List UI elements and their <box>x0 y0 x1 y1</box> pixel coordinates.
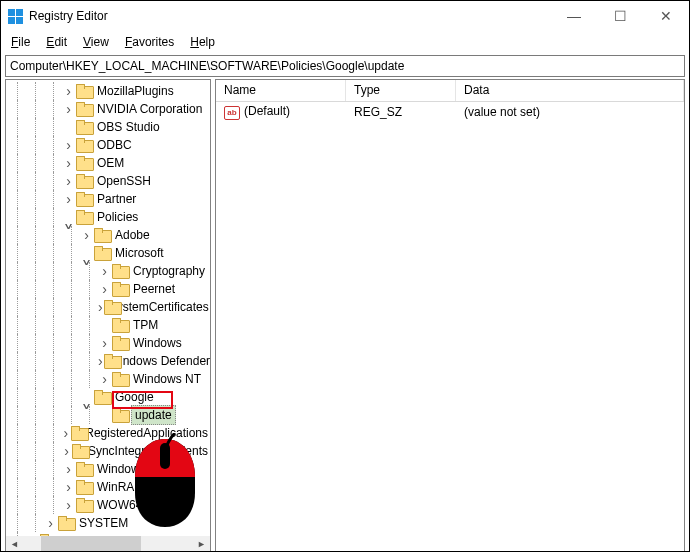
string-value-icon: ab <box>224 106 240 120</box>
folder-icon <box>76 174 92 188</box>
chevron-right-icon[interactable]: › <box>98 282 111 296</box>
tree-item-label: OBS Studio <box>95 118 162 136</box>
tree-item[interactable]: ˬGoogle <box>6 388 210 406</box>
tree-item[interactable]: ›Windows NT <box>6 370 210 388</box>
chevron-right-icon[interactable]: › <box>98 300 103 314</box>
tree-item-label: Windows Defender <box>107 352 210 370</box>
tree-item[interactable]: ›Partner <box>6 190 210 208</box>
folder-icon <box>76 84 92 98</box>
tree-item-label: Adobe <box>113 226 152 244</box>
chevron-right-icon[interactable]: › <box>62 498 75 512</box>
address-text: Computer\HKEY_LOCAL_MACHINE\SOFTWARE\Pol… <box>10 59 404 73</box>
tree-item[interactable]: ›Windows Defender <box>6 352 210 370</box>
tree-item-label: Peernet <box>131 280 177 298</box>
maximize-button[interactable]: ☐ <box>597 1 643 31</box>
chevron-right-icon[interactable]: › <box>98 336 111 350</box>
tree-item[interactable]: ›Windows <box>6 334 210 352</box>
chevron-right-icon[interactable]: › <box>62 156 75 170</box>
tree-item[interactable]: ›ODBC <box>6 136 210 154</box>
folder-icon <box>76 192 92 206</box>
menu-bar: File Edit View Favorites Help <box>1 31 689 53</box>
tree-item[interactable]: ›Adobe <box>6 226 210 244</box>
tree-item-label: OEM <box>95 154 126 172</box>
folder-icon <box>72 444 83 458</box>
tree-item-label: NVIDIA Corporation <box>95 100 204 118</box>
chevron-right-icon[interactable]: › <box>62 84 75 98</box>
chevron-right-icon[interactable]: › <box>62 426 70 440</box>
folder-icon <box>76 156 92 170</box>
folder-icon <box>76 120 92 134</box>
chevron-right-icon[interactable]: › <box>62 138 75 152</box>
menu-help[interactable]: Help <box>184 33 221 51</box>
tree-item[interactable]: ›MozillaPlugins <box>6 82 210 100</box>
value-type: REG_SZ <box>346 104 456 120</box>
chevron-down-icon[interactable]: ˬ <box>80 390 93 404</box>
chevron-down-icon[interactable]: ˬ <box>62 210 75 224</box>
menu-edit[interactable]: Edit <box>40 33 73 51</box>
tree-item[interactable]: ›OpenSSH <box>6 172 210 190</box>
tree-item-label: SystemCertificates <box>107 298 210 316</box>
scroll-left-icon[interactable]: ◄ <box>6 536 23 552</box>
folder-icon <box>76 210 92 224</box>
chevron-right-icon[interactable]: › <box>98 354 103 368</box>
chevron-right-icon[interactable]: › <box>98 264 111 278</box>
folder-icon <box>71 426 81 440</box>
window-title: Registry Editor <box>29 9 551 23</box>
tree-item-label: ODBC <box>95 136 134 154</box>
folder-icon <box>76 480 92 494</box>
tree-item-label: Partner <box>95 190 138 208</box>
chevron-right-icon[interactable]: › <box>62 174 75 188</box>
col-type[interactable]: Type <box>346 80 456 101</box>
chevron-down-icon[interactable]: ˬ <box>80 246 93 260</box>
tree-item[interactable]: ›SystemCertificates <box>6 298 210 316</box>
address-bar[interactable]: Computer\HKEY_LOCAL_MACHINE\SOFTWARE\Pol… <box>5 55 685 77</box>
scroll-right-icon[interactable]: ► <box>193 536 210 552</box>
app-icon <box>7 8 23 24</box>
chevron-right-icon[interactable]: › <box>44 516 57 530</box>
folder-icon <box>94 246 110 260</box>
chevron-right-icon[interactable]: › <box>62 102 75 116</box>
tree-item[interactable]: ›OEM <box>6 154 210 172</box>
chevron-right-icon[interactable]: › <box>62 480 75 494</box>
tree-item[interactable]: ›Peernet <box>6 280 210 298</box>
folder-icon <box>76 462 92 476</box>
tree-item-label: Microsoft <box>113 244 166 262</box>
list-header: Name Type Data <box>216 80 684 102</box>
menu-view[interactable]: View <box>77 33 115 51</box>
value-row[interactable]: ab(Default)REG_SZ(value not set) <box>216 102 684 122</box>
tree-item[interactable]: ˬMicrosoft <box>6 244 210 262</box>
folder-icon <box>112 318 128 332</box>
col-data[interactable]: Data <box>456 80 684 101</box>
value-data: (value not set) <box>456 104 684 120</box>
folder-icon <box>94 228 110 242</box>
folder-icon <box>112 372 128 386</box>
tree-hscrollbar[interactable]: ◄ ► <box>6 536 210 552</box>
tree-item[interactable]: ›Cryptography <box>6 262 210 280</box>
tree-item-label: Cryptography <box>131 262 207 280</box>
close-button[interactable]: ✕ <box>643 1 689 31</box>
tree-item[interactable]: ˬPolicies <box>6 208 210 226</box>
folder-icon <box>58 516 74 530</box>
tree-item-label: Windows NT <box>131 370 203 388</box>
scroll-thumb[interactable] <box>41 536 141 552</box>
folder-icon <box>76 498 92 512</box>
folder-icon <box>112 264 128 278</box>
tree-item-label: TPM <box>131 316 160 334</box>
menu-file[interactable]: File <box>5 33 36 51</box>
title-bar: Registry Editor — ☐ ✕ <box>1 1 689 31</box>
chevron-right-icon[interactable]: › <box>62 444 71 458</box>
minimize-button[interactable]: — <box>551 1 597 31</box>
tree-item[interactable]: update <box>6 406 210 424</box>
chevron-right-icon[interactable]: › <box>62 462 75 476</box>
folder-icon <box>76 138 92 152</box>
list-pane[interactable]: Name Type Data ab(Default)REG_SZ(value n… <box>215 79 685 552</box>
value-name: (Default) <box>244 104 290 118</box>
chevron-right-icon[interactable]: › <box>98 372 111 386</box>
folder-icon <box>94 390 110 404</box>
col-name[interactable]: Name <box>216 80 346 101</box>
tree-item[interactable]: OBS Studio <box>6 118 210 136</box>
tree-item[interactable]: ›NVIDIA Corporation <box>6 100 210 118</box>
tree-item[interactable]: TPM <box>6 316 210 334</box>
menu-favorites[interactable]: Favorites <box>119 33 180 51</box>
tree-item-label: Windows <box>131 334 184 352</box>
